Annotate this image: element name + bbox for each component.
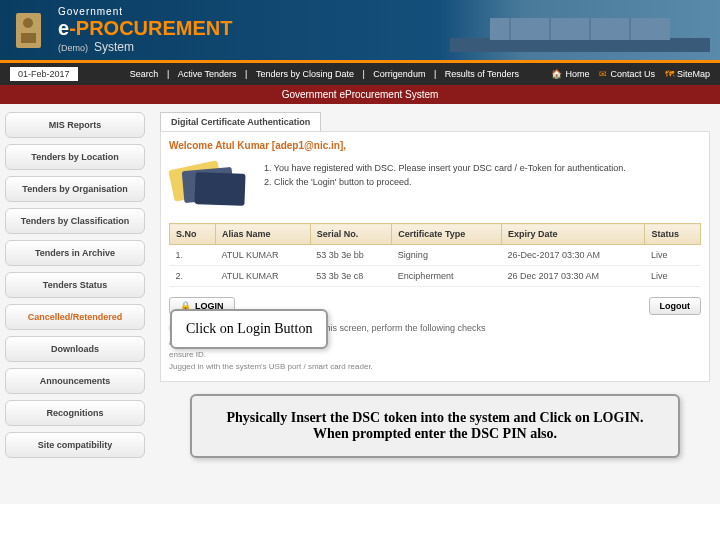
welcome-text: Welcome Atul Kumar [adep1@nic.in],	[169, 140, 701, 151]
nav-icon: 🏠	[551, 69, 562, 79]
sidebar-item[interactable]: Tenders in Archive	[5, 240, 145, 266]
sidebar-item[interactable]: Tenders Status	[5, 272, 145, 298]
table-header: Expiry Date	[501, 224, 644, 245]
sidebar: MIS ReportsTenders by LocationTenders by…	[0, 104, 150, 504]
callout-instruction: Physically Insert the DSC token into the…	[190, 394, 680, 458]
nav-right-link[interactable]: 🏠Home	[551, 69, 589, 79]
logout-button[interactable]: Logout	[649, 297, 702, 315]
info-row: 1. You have registered with DSC. Please …	[169, 161, 701, 211]
table-row: 2.ATUL KUMAR53 3b 3e c8Encipherment26 De…	[170, 266, 701, 287]
logo-system: System	[94, 40, 134, 54]
sidebar-item[interactable]: Tenders by Classification	[5, 208, 145, 234]
nav-link[interactable]: Active Tenders	[178, 69, 237, 79]
header-image	[440, 0, 720, 60]
nav-icon: ✉	[599, 69, 607, 79]
table-header: Certificate Type	[392, 224, 502, 245]
nav-center: Search | Active Tenders | Tenders by Clo…	[98, 69, 552, 79]
sidebar-item[interactable]: Tenders by Organisation	[5, 176, 145, 202]
logo-eproc: e-PROCUREMENT	[58, 17, 232, 40]
info-line-2: 2. Click the 'Login' button to proceed.	[264, 175, 626, 189]
nav-link[interactable]: Corrigendum	[373, 69, 425, 79]
nav-bar: 01-Feb-2017 Search | Active Tenders | Te…	[0, 63, 720, 85]
table-header: S.No	[170, 224, 216, 245]
sidebar-item[interactable]: Downloads	[5, 336, 145, 362]
logo-gov: Government	[58, 6, 232, 17]
sidebar-item[interactable]: Recognitions	[5, 400, 145, 426]
date-display: 01-Feb-2017	[10, 67, 78, 81]
info-line-1: 1. You have registered with DSC. Please …	[264, 161, 626, 175]
certificate-table: S.NoAlias NameSerial No.Certificate Type…	[169, 223, 701, 287]
table-header: Serial No.	[310, 224, 392, 245]
svg-point-1	[23, 18, 33, 28]
sidebar-item[interactable]: Site compatibility	[5, 432, 145, 458]
nav-right-link[interactable]: ✉Contact Us	[599, 69, 655, 79]
nav-icon: 🗺	[665, 69, 674, 79]
table-row: 1.ATUL KUMAR53 3b 3e bbSigning26-Dec-201…	[170, 245, 701, 266]
main-panel: Digital Certificate Authentication Welco…	[150, 104, 720, 504]
red-title-bar: Government eProcurement System	[0, 85, 720, 104]
nav-link[interactable]: Search	[130, 69, 159, 79]
sidebar-item[interactable]: Tenders by Location	[5, 144, 145, 170]
svg-rect-3	[450, 38, 710, 52]
nav-right-link[interactable]: 🗺SiteMap	[665, 69, 710, 79]
sidebar-item[interactable]: Announcements	[5, 368, 145, 394]
info-list: 1. You have registered with DSC. Please …	[264, 161, 626, 190]
svg-rect-4	[490, 18, 670, 40]
callout-login: Click on Login Button	[170, 309, 328, 349]
sidebar-item[interactable]: MIS Reports	[5, 112, 145, 138]
table-header: Alias Name	[215, 224, 310, 245]
demo-label: (Demo)	[58, 43, 88, 53]
table-header: Status	[645, 224, 701, 245]
svg-rect-2	[21, 33, 36, 43]
tab-dsc-auth[interactable]: Digital Certificate Authentication	[160, 112, 321, 131]
sidebar-item[interactable]: Cancelled/Retendered	[5, 304, 145, 330]
logo-text: Government e-PROCUREMENT (Demo) System	[58, 6, 232, 54]
nav-link[interactable]: Tenders by Closing Date	[256, 69, 354, 79]
content-area: MIS ReportsTenders by LocationTenders by…	[0, 104, 720, 504]
page-header: Government e-PROCUREMENT (Demo) System	[0, 0, 720, 60]
emblem-icon	[8, 5, 48, 55]
nav-right: 🏠Home✉Contact Us🗺SiteMap	[551, 69, 710, 79]
dsc-card-icon	[169, 161, 249, 211]
nav-link[interactable]: Results of Tenders	[445, 69, 519, 79]
